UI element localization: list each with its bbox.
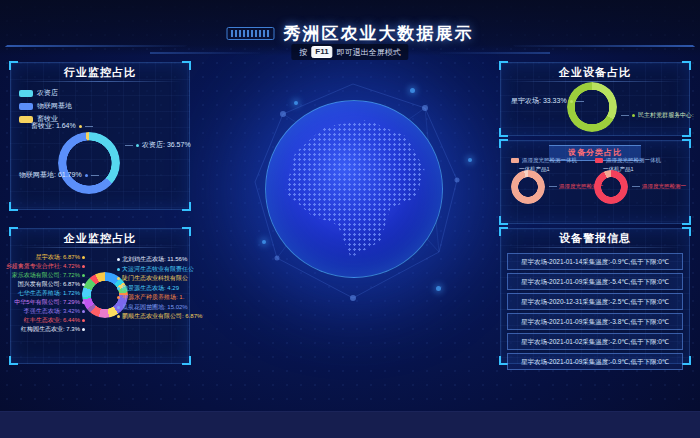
pie-label: 红丰生态农业: 6.44%	[24, 316, 85, 325]
legend-item[interactable]: 温湿度光照检测一体机	[595, 157, 661, 164]
pie-label: 陡门生态农业科技有限公	[117, 274, 188, 283]
glow-dot	[436, 286, 441, 291]
label-line	[621, 115, 629, 116]
label-dot	[117, 315, 120, 318]
panel-corner	[682, 216, 691, 225]
alarm-list: 星宇农场-2021-01-14采集温度:-0.9℃,低于下限:0℃ 星宇农场-2…	[507, 253, 683, 373]
device-class-donut-left[interactable]	[511, 170, 545, 204]
panel-corner	[682, 227, 691, 236]
label-dot	[117, 258, 120, 261]
label-line	[91, 175, 99, 176]
label-line	[549, 186, 557, 187]
legend-swatch	[19, 90, 33, 97]
label-line	[85, 126, 93, 127]
panel-corner	[499, 61, 508, 70]
pie-label: 星宇农场: 6.87%	[36, 253, 85, 262]
legend-label: 温湿度光照检测一体机	[606, 157, 661, 164]
pie-label: 民主村党群服务中心:	[621, 111, 694, 120]
legend-item[interactable]: 温湿度光照检测一体机	[511, 157, 577, 164]
header: 秀洲区农业大数据展示 按 F11 即可退出全屏模式	[0, 0, 700, 56]
panel-title: 企业设备占比	[501, 63, 689, 81]
label-dot	[117, 277, 120, 280]
pie-label: 瓜泉花园苗圃地: 15.02%	[117, 303, 188, 312]
label-line	[576, 101, 584, 102]
panel-device-ratio: 企业设备占比 星宇农场: 33.33% 民主村党群服务中心:	[500, 62, 690, 136]
hint-prefix: 按	[299, 47, 307, 58]
label-dot	[82, 283, 85, 286]
alarm-row[interactable]: 星宇农场-2021-01-02采集温度:-2.0℃,低于下限:0℃	[507, 333, 683, 350]
label-dot	[82, 292, 85, 295]
alarm-row[interactable]: 星宇农场-2021-01-09采集温度:-3.8℃,低于下限:0℃	[507, 313, 683, 330]
pie-label: 李强生态农场: 3.42%	[24, 307, 85, 316]
legend-item[interactable]: 农资店	[19, 88, 72, 98]
logo-badge	[227, 27, 275, 40]
label-dot	[82, 256, 85, 259]
title-row: 秀洲区农业大数据展示	[227, 22, 474, 45]
alarm-row[interactable]: 星宇农场-2020-12-31采集温度:-2.5℃,低于下限:0℃	[507, 293, 683, 310]
dashboard-stage: 秀洲区农业大数据展示 按 F11 即可退出全屏模式 行业监控占比 农资店 物联网…	[0, 0, 700, 438]
panel-divider	[508, 247, 682, 248]
page-title: 秀洲区农业大数据展示	[284, 22, 474, 45]
panel-corner	[682, 356, 691, 365]
pie-label: 大运河生态牧业有限责任公	[117, 265, 194, 274]
panel-corner	[499, 227, 508, 236]
pie-label: 物联网基地: 61.79%	[19, 170, 99, 180]
label-dot	[117, 268, 120, 271]
enterprise-labels-right: 北刘鸡生态农场: 11.56% 大运河生态牧业有限责任公 陡门生态农业科技有限公…	[117, 255, 189, 321]
pie-label: 温湿度光照检测一	[632, 183, 686, 190]
panel-title: 企业监控占比	[11, 229, 189, 247]
pie-label: 丰源水产种质养殖场: 1.	[117, 293, 184, 302]
legend-swatch	[595, 158, 603, 163]
label-line	[632, 186, 640, 187]
header-accent-line	[513, 45, 695, 47]
header-accent-line	[440, 52, 550, 54]
alarm-row[interactable]: 星宇农场-2021-01-09采集温度:-0.9℃,低于下限:0℃	[507, 353, 683, 370]
device-class-donut-right[interactable]	[594, 170, 628, 204]
legend-label: 温湿度光照检测一体机	[522, 157, 577, 164]
panel-corner	[9, 202, 18, 211]
panel-corner	[182, 202, 191, 211]
legend-item[interactable]: 物联网基地	[19, 101, 72, 111]
pie-label: 乡超禽蛋专业合作社: 4.72%	[6, 262, 85, 271]
panel-corner	[9, 356, 18, 365]
panel-divider	[18, 247, 182, 248]
device-ratio-donut-chart[interactable]	[567, 82, 617, 132]
pie-label: 北刘鸡生态农场: 11.56%	[117, 255, 187, 264]
pie-label: 农资店: 36.57%	[125, 140, 191, 150]
label-dot	[82, 319, 85, 322]
alarm-row[interactable]: 星宇农场-2021-01-09采集温度:-5.4℃,低于下限:0℃	[507, 273, 683, 290]
glow-dot	[262, 240, 266, 244]
pie-label: 中华5年有限公司: 7.29%	[14, 298, 85, 307]
panel-corner	[499, 128, 508, 137]
panel-device-class: 设备分类占比 温湿度光照检测一体机 一体机产品1 温湿度光照检测一 温湿度光照检…	[500, 140, 690, 224]
industry-donut-chart[interactable]	[58, 132, 120, 194]
fullscreen-hint: 按 F11 即可退出全屏模式	[291, 44, 408, 60]
legend-swatch	[19, 103, 33, 110]
label-dot	[632, 114, 635, 117]
panel-industry-monitor: 行业监控占比 农资店 物联网基地 畜牧业 畜牧业: 1.64% 农资店: 36.…	[10, 62, 190, 210]
panel-corner	[9, 227, 18, 236]
label-dot	[82, 310, 85, 313]
footer-band	[0, 411, 700, 438]
label-dot	[117, 306, 120, 309]
panel-enterprise-monitor: 企业监控占比 星宇农场: 6.87% 乡超禽蛋专业合作社: 4.72% 家乐农场…	[10, 228, 190, 364]
legend-label: 农资店	[37, 88, 58, 98]
pie-label: 家乐农场有限公司: 7.72%	[12, 271, 85, 280]
pie-label: 红梅园生态农业: 7.3%	[21, 325, 85, 334]
pie-label: 七华生态养殖场: 1.72%	[18, 289, 85, 298]
alarm-row[interactable]: 星宇农场-2021-01-14采集温度:-0.9℃,低于下限:0℃	[507, 253, 683, 270]
panel-corner	[182, 61, 191, 70]
label-dot	[82, 301, 85, 304]
label-dot	[117, 296, 120, 299]
panel-corner	[499, 216, 508, 225]
label-line	[125, 145, 133, 146]
panel-corner	[9, 61, 18, 70]
hint-suffix: 即可退出全屏模式	[337, 47, 401, 58]
pie-label: 鹏顺生态农业有限公司: 6.87%	[117, 312, 202, 321]
label-dot	[82, 274, 85, 277]
header-accent-line	[150, 52, 260, 54]
legend-label: 物联网基地	[37, 101, 72, 111]
label-dot	[82, 328, 85, 331]
pie-label: 畜牧业: 1.64%	[31, 121, 93, 131]
panel-title: 设备警报信息	[501, 229, 689, 247]
